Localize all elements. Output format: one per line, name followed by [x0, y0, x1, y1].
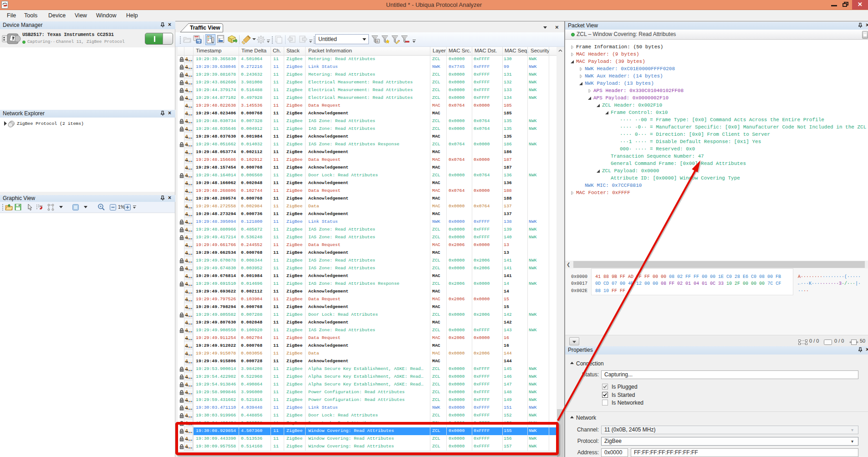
svg-text:n: n	[377, 40, 378, 43]
